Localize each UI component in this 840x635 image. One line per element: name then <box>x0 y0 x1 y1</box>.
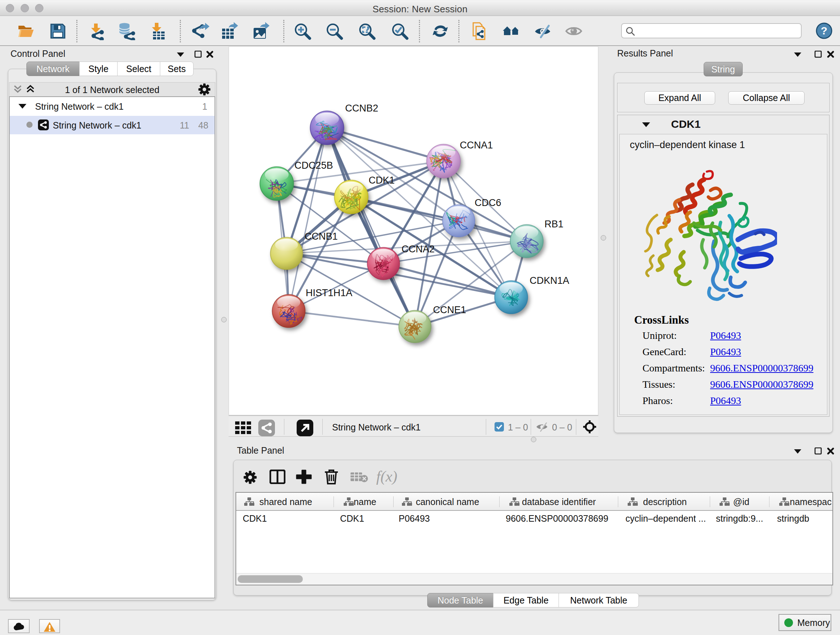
svg-text:CCNB2: CCNB2 <box>345 103 378 114</box>
svg-text:CCNB1: CCNB1 <box>305 231 338 242</box>
svg-text:CDC25B: CDC25B <box>294 160 333 171</box>
svg-text:CCNA2: CCNA2 <box>401 244 435 255</box>
svg-text:CDKN1A: CDKN1A <box>530 275 569 286</box>
svg-text:CDK1: CDK1 <box>369 175 395 186</box>
svg-text:RB1: RB1 <box>545 219 564 230</box>
svg-text:CCNE1: CCNE1 <box>433 304 466 315</box>
svg-text:CDC6: CDC6 <box>475 197 501 208</box>
svg-text:?: ? <box>821 25 827 36</box>
svg-text:HIST1H1A: HIST1H1A <box>306 287 352 298</box>
svg-text:CCNA1: CCNA1 <box>460 140 493 150</box>
